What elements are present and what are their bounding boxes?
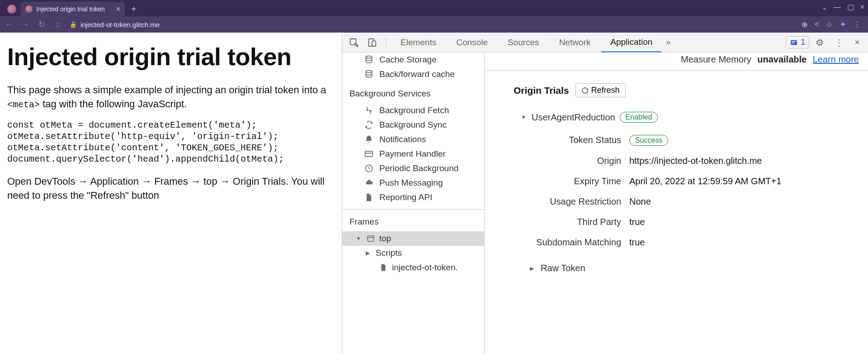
trial-row[interactable]: ▼ UserAgentReduction Enabled (485, 104, 868, 125)
measure-memory-label: Measure Memory (681, 54, 751, 64)
tabs-overflow-icon[interactable]: » (663, 38, 673, 47)
sync-icon (364, 120, 374, 130)
browser-profile-icon[interactable] (7, 5, 16, 14)
tab-elements[interactable]: Elements (392, 33, 445, 53)
share-icon[interactable]: < (815, 20, 819, 29)
frame-leaf-label: injected-ot-token. (392, 263, 458, 273)
raw-token-label: Raw Token (541, 263, 585, 273)
status-badge: Enabled (620, 112, 658, 123)
subdomain-key: Subdomain Matching (494, 237, 629, 248)
sidebar-item-cache-storage[interactable]: Cache Storage (342, 53, 484, 67)
tabs-dropdown-icon[interactable]: ⌄ (822, 4, 827, 11)
forward-button[interactable]: → (21, 20, 30, 29)
toolbar-right: ⊕ < ☆ ✦ ⋮ (802, 19, 863, 29)
sidebar-item-label: Payment Handler (379, 149, 446, 159)
zoom-icon[interactable]: ⊕ (802, 20, 807, 29)
origin-trials-title: Origin Trials (514, 85, 569, 96)
svg-point-7 (366, 71, 372, 73)
minimize-button[interactable]: — (834, 3, 841, 11)
usage-val: None (629, 196, 859, 207)
devtools-menu-icon[interactable]: ⋮ (830, 37, 848, 48)
database-icon (364, 55, 374, 65)
credit-card-icon (364, 149, 374, 159)
frame-scripts[interactable]: ▶ Scripts (342, 246, 484, 260)
sidebar-item-label: Push Messaging (379, 178, 443, 188)
sidebar-heading-frames: Frames (342, 209, 484, 231)
status-badge: Success (629, 135, 668, 146)
trial-name: UserAgentReduction (532, 112, 615, 123)
reload-button[interactable]: ↻ (37, 19, 46, 29)
settings-icon[interactable]: ⚙ (811, 37, 828, 48)
tab-close-icon[interactable]: × (116, 5, 120, 13)
browser-tab[interactable]: Injected origin trial token × (21, 2, 125, 16)
sidebar-item-bg-sync[interactable]: Background Sync (342, 118, 484, 132)
trial-details-grid: Token Status Success Origin https://inje… (485, 125, 868, 252)
code-block: const otMeta = document.createElement('m… (7, 120, 335, 165)
chevron-down-icon: ▼ (521, 114, 527, 120)
window-controls: ⌄ — ▢ × (822, 3, 864, 11)
bell-icon (364, 134, 374, 144)
maximize-button[interactable]: ▢ (847, 3, 854, 11)
url-bar-row: ← → ↻ ⌂ 🔒 injected-ot-token.glitch.me ⊕ … (0, 16, 868, 33)
frame-top[interactable]: ▼ top (342, 231, 484, 246)
url-text: injected-ot-token.glitch.me (80, 21, 160, 29)
token-status-val: Success (629, 134, 859, 146)
file-icon (364, 192, 374, 202)
frame-icon (366, 234, 376, 244)
sidebar-item-label: Notifications (379, 134, 426, 144)
sidebar-item-periodic[interactable]: Periodic Background (342, 161, 484, 176)
frame-leaf[interactable]: injected-ot-token. (342, 260, 484, 275)
close-window-button[interactable]: × (860, 3, 864, 11)
inline-code: <meta> (7, 100, 40, 110)
usage-key: Usage Restriction (494, 196, 629, 207)
issues-button[interactable]: 1 (786, 36, 809, 48)
devtools-close-icon[interactable]: × (850, 37, 864, 48)
home-button[interactable]: ⌂ (53, 20, 62, 29)
back-button[interactable]: ← (5, 20, 14, 29)
chevron-down-icon: ▼ (356, 235, 362, 242)
device-toggle-icon[interactable] (364, 34, 380, 51)
sidebar-item-bg-fetch[interactable]: Background Fetch (342, 103, 484, 118)
devtools-panel: Elements Console Sources Network Applica… (342, 33, 868, 354)
origin-trials-header: Origin Trials Refresh (485, 71, 868, 104)
sidebar-item-reporting[interactable]: Reporting API (342, 190, 484, 205)
page-intro: This page shows a simple example of inje… (7, 83, 335, 111)
menu-icon[interactable]: ⋮ (854, 20, 861, 29)
sidebar-item-label: Background Fetch (379, 105, 449, 115)
clock-icon (364, 163, 374, 173)
learn-more-link[interactable]: Learn more (813, 54, 859, 64)
address-bar[interactable]: 🔒 injected-ot-token.glitch.me (70, 21, 160, 29)
sidebar-item-label: Cache Storage (379, 55, 437, 65)
svg-rect-8 (365, 151, 373, 157)
raw-token-row[interactable]: ▶ Raw Token (485, 252, 868, 273)
sidebar-item-payment[interactable]: Payment Handler (342, 147, 484, 161)
tab-network[interactable]: Network (550, 33, 600, 53)
application-details: Measure Memory unavailable Learn more Or… (485, 53, 868, 354)
extensions-icon[interactable]: ✦ (840, 19, 846, 29)
cloud-icon (364, 178, 374, 188)
page-instructions: Open DevTools → Application → Frames → t… (7, 175, 335, 203)
tab-application[interactable]: Application (601, 33, 661, 53)
page-content: Injected origin trial token This page sh… (0, 33, 342, 354)
measure-memory-status: unavailable (757, 54, 807, 64)
new-tab-button[interactable]: + (125, 4, 143, 16)
sidebar-item-bfcache[interactable]: Back/forward cache (342, 67, 484, 81)
origin-val: https://injected-ot-token.glitch.me (629, 156, 859, 166)
file-icon (378, 263, 388, 273)
tab-console[interactable]: Console (447, 33, 497, 53)
sidebar-item-notifications[interactable]: Notifications (342, 132, 484, 147)
chevron-right-icon: ▶ (366, 250, 372, 256)
bookmark-icon[interactable]: ☆ (826, 20, 832, 29)
inspect-icon[interactable] (346, 34, 362, 51)
issues-count: 1 (801, 38, 805, 47)
sidebar-item-push[interactable]: Push Messaging (342, 176, 484, 190)
tab-sources[interactable]: Sources (499, 33, 548, 53)
measure-memory-row: Measure Memory unavailable Learn more (485, 53, 868, 70)
favicon-icon (25, 5, 33, 13)
tab-bar: Injected origin trial token × + ⌄ — ▢ × (0, 0, 868, 16)
chevron-right-icon: ▶ (530, 265, 536, 272)
main-area: Injected origin trial token This page sh… (0, 33, 868, 354)
expiry-val: April 20, 2022 at 12:59:59 AM GMT+1 (629, 176, 859, 187)
refresh-button[interactable]: Refresh (576, 83, 626, 97)
expiry-key: Expiry Time (494, 176, 629, 187)
